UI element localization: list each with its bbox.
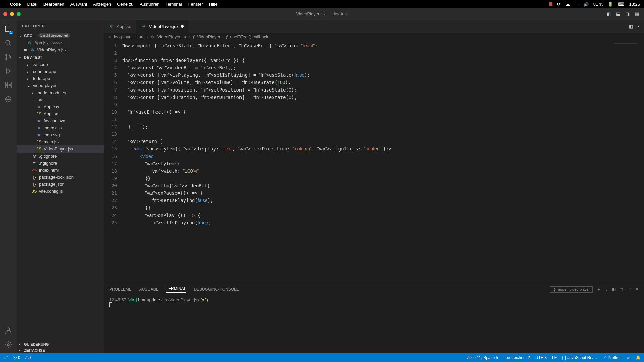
activity-debug-icon[interactable] — [3, 66, 14, 76]
code-editor[interactable]: 1234567891011121314151617181920212223242… — [104, 41, 644, 283]
open-editor-item[interactable]: ⚛ App.jsx video-p... — [17, 39, 104, 46]
sidebar-more-icon[interactable]: ⋯ — [94, 24, 98, 28]
breadcrumb-item[interactable]: src — [139, 34, 144, 39]
toggle-sidebar-icon[interactable]: ◨ — [624, 10, 631, 18]
menu-bearbeiten[interactable]: Bearbeiten — [43, 2, 64, 7]
status-warnings[interactable]: ⚠ 0 — [25, 355, 33, 360]
status-volume-icon[interactable]: 🔊 — [583, 2, 589, 7]
folder-item[interactable]: ›node_modules — [17, 89, 104, 96]
terminal-output[interactable]: 12:45:57 [vite] hmr update /src/VideoPla… — [104, 295, 644, 353]
window-minimize-button[interactable] — [10, 12, 14, 16]
status-sync-icon[interactable]: ⟳ — [557, 2, 561, 7]
window-close-button[interactable] — [3, 12, 7, 16]
folder-item[interactable]: ⌄video-player — [17, 82, 104, 89]
customize-layout-icon[interactable]: ▦ — [633, 10, 641, 18]
panel-tab-debugging[interactable]: DEBUGGING-KONSOLE — [194, 287, 239, 292]
status-cloud-icon[interactable]: ☁ — [566, 2, 570, 7]
menu-gehezu[interactable]: Gehe zu — [117, 2, 133, 7]
folder-item[interactable]: ›counter-app — [17, 68, 104, 75]
status-battery-icon[interactable]: 🔋 — [608, 2, 613, 7]
status-time[interactable]: 13:26 — [629, 2, 640, 7]
activity-extensions-icon[interactable] — [3, 80, 14, 90]
activity-account-icon[interactable] — [3, 325, 14, 336]
menu-hilfe[interactable]: Hilfe — [209, 2, 218, 7]
folder-item[interactable]: ›.vscode — [17, 61, 104, 68]
breadcrumb-item[interactable]: VideoPlayer.jsx — [157, 34, 187, 39]
file-item[interactable]: JSmain.jsx — [17, 138, 104, 145]
status-prettier[interactable]: ✓ Prettier — [603, 355, 621, 360]
menu-datei[interactable]: Datei — [27, 2, 37, 7]
file-item[interactable]: {}package.json — [17, 181, 104, 188]
kill-terminal-icon[interactable]: 🗑 — [620, 287, 624, 292]
panel-tab-terminal[interactable]: TERMINAL — [166, 286, 186, 293]
minimap[interactable] — [610, 41, 644, 128]
file-item[interactable]: ⊘.gitignore — [17, 153, 104, 160]
status-language[interactable]: { } JavaScript React — [562, 355, 598, 360]
folder-item[interactable]: ⌄src — [17, 96, 104, 103]
activity-settings-icon[interactable] — [3, 339, 14, 350]
panel-tab-ausgabe[interactable]: AUSGABE — [139, 287, 159, 292]
status-errors[interactable]: ⓧ 0 — [13, 355, 20, 361]
file-item[interactable]: ★logo.svg — [17, 131, 104, 138]
breadcrumb[interactable]: video-player› src› ⚛ VideoPlayer.jsx› ƒ … — [104, 33, 644, 41]
file-item[interactable]: #App.css — [17, 103, 104, 110]
chevron-icon: ⌄ — [27, 83, 31, 88]
menu-ausfuehren[interactable]: Ausführen — [140, 2, 159, 7]
window-maximize-button[interactable] — [17, 12, 21, 16]
file-item[interactable]: JSApp.jsx — [17, 110, 104, 117]
status-input-icon[interactable]: ⌨ — [618, 2, 624, 7]
open-editors-header[interactable]: ⌄ GEÖ... 1 nicht gespeichert — [17, 32, 104, 39]
status-indentation[interactable]: Leerzeichen: 2 — [503, 355, 530, 360]
open-editor-item[interactable]: ⚛ VideoPlayer.jsx... — [17, 46, 104, 53]
status-record-icon[interactable] — [549, 2, 552, 6]
activity-explorer-icon[interactable]: 1 — [3, 23, 13, 34]
activity-remote-icon[interactable] — [3, 94, 14, 105]
status-eol[interactable]: LF — [552, 355, 557, 360]
status-remote-icon[interactable]: ⎇ — [3, 355, 8, 360]
timeline-header[interactable]: ›ZEITACHSE — [17, 347, 104, 353]
breadcrumb-item[interactable]: useEffect() callback — [230, 34, 268, 39]
menu-terminal[interactable]: Terminal — [166, 2, 182, 7]
status-cursor-pos[interactable]: Zeile 11, Spalte 5 — [467, 355, 498, 360]
menubar-app[interactable]: Code — [10, 2, 21, 7]
status-battery-text[interactable]: 81 % — [593, 2, 603, 7]
file-item[interactable]: {}package-lock.json — [17, 174, 104, 181]
status-encoding[interactable]: UTF-8 — [535, 355, 547, 360]
toggle-bottom-icon[interactable]: ⬓ — [614, 10, 622, 18]
open-editor-name: App.jsx — [34, 40, 49, 45]
project-header[interactable]: ⌄ DEV-TEST — [17, 54, 104, 60]
menu-anzeigen[interactable]: Anzeigen — [93, 2, 111, 7]
activity-search-icon[interactable] — [3, 38, 14, 48]
more-actions-icon[interactable]: ⋯ — [636, 24, 641, 29]
breadcrumb-item[interactable]: VideoPlayer — [197, 34, 220, 39]
activity-scm-icon[interactable] — [3, 52, 14, 62]
language-label: JavaScript React — [567, 355, 598, 360]
terminal-selector[interactable]: ❯ node - video-player — [550, 286, 593, 293]
code-content[interactable]: "kw">import { "fn">useState, "fn">useEff… — [122, 41, 610, 283]
status-display-icon[interactable]: ▭ — [575, 2, 579, 7]
menu-fenster[interactable]: Fenster — [188, 2, 203, 7]
split-terminal-icon[interactable]: ◧ — [612, 287, 616, 292]
breadcrumb-item[interactable]: video-player — [109, 34, 133, 39]
file-item[interactable]: JSvite.config.js — [17, 188, 104, 195]
svg-point-9 — [7, 328, 10, 330]
terminal-dropdown-icon[interactable]: ⌄ — [605, 287, 608, 292]
split-editor-icon[interactable]: ◧ — [629, 24, 633, 29]
editor-tab-app[interactable]: ⚛ App.jsx — [104, 20, 136, 33]
new-terminal-icon[interactable]: ＋ — [597, 287, 601, 292]
file-item[interactable]: <>index.html — [17, 167, 104, 174]
menu-auswahl[interactable]: Auswahl — [70, 2, 87, 7]
close-panel-icon[interactable]: ✕ — [635, 287, 639, 292]
panel-tab-probleme[interactable]: PROBLEME — [109, 287, 132, 292]
file-item[interactable]: ★favicon.svg — [17, 117, 104, 124]
status-feedback-icon[interactable]: ☺ — [626, 355, 630, 360]
toggle-panel-icon[interactable]: ◧ — [605, 10, 612, 18]
file-item[interactable]: #index.css — [17, 124, 104, 131]
file-item[interactable]: JSVideoPlayer.jsx — [17, 145, 104, 153]
outline-header[interactable]: ›GLIEDERUNG — [17, 341, 104, 347]
maximize-panel-icon[interactable]: ⌃ — [628, 287, 631, 292]
editor-tab-videoplayer[interactable]: ⚛ VideoPlayer.jsx — [136, 20, 189, 33]
folder-item[interactable]: ›todo-app — [17, 75, 104, 82]
status-notifications-icon[interactable]: 🔔 — [636, 355, 641, 360]
file-item[interactable]: ≡.hgignore — [17, 160, 104, 167]
